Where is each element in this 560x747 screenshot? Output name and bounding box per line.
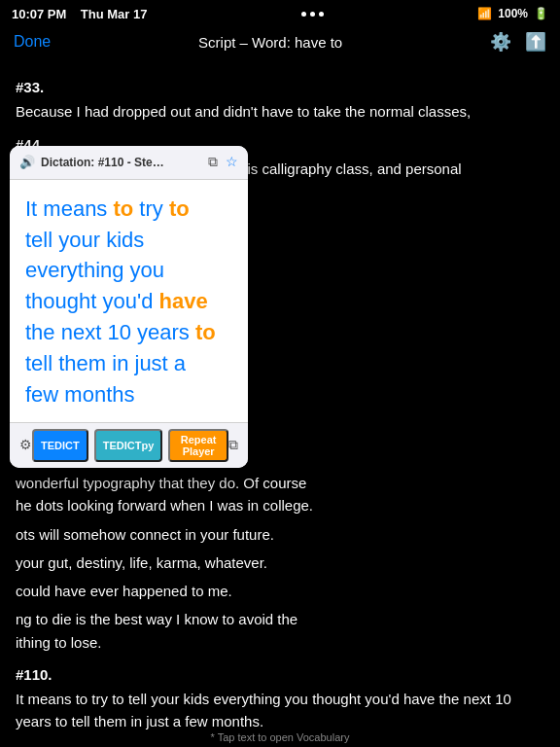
entry-110-num: #110. bbox=[16, 663, 544, 686]
share-icon[interactable]: ⬆️ bbox=[525, 31, 546, 53]
popup-word-next: the next 10 years bbox=[25, 320, 195, 344]
status-right: 📶 100% 🔋 bbox=[477, 7, 548, 20]
speaker-icon[interactable]: 🔊 bbox=[19, 153, 35, 172]
repeat-player-button[interactable]: Repeat Player bbox=[168, 429, 228, 462]
popup-word-tell: tell your kidseverything youthought you'… bbox=[25, 228, 164, 314]
nav-actions: ⚙️ ⬆️ bbox=[490, 31, 546, 53]
status-time: 10:07 PM Thu Mar 17 bbox=[12, 7, 147, 21]
popup-footer-right-icon[interactable]: ⧉ bbox=[228, 435, 238, 456]
content-could: could have ever happened to me. bbox=[16, 580, 544, 602]
text-die2[interactable]: ithing to lose. bbox=[16, 631, 544, 654]
dictation-popup: 🔊 Dictation: #110 - Steve Jobs: Ho... ⧉ … bbox=[10, 146, 248, 468]
battery-icon: 🔋 bbox=[534, 7, 548, 20]
nav-title: Script – Word: have to bbox=[198, 34, 342, 51]
popup-word-to2: to bbox=[169, 196, 190, 221]
entry-110-text[interactable]: It means to try to tell your kids everyt… bbox=[16, 688, 544, 733]
popup-footer-buttons: TEDICT TEDICTpy Repeat Player bbox=[32, 429, 228, 462]
main-content: #33. Because I had dropped out and didn'… bbox=[0, 60, 560, 747]
bottom-hint: * Tap text to open Vocabulary bbox=[0, 731, 560, 743]
content-gut: your gut, destiny, life, karma, whatever… bbox=[16, 551, 544, 574]
time-display: 10:07 PM bbox=[12, 7, 66, 21]
entry-33-text[interactable]: Because I had dropped out and didn't hav… bbox=[16, 100, 544, 123]
entry-132: #132. [Jennifer Aaker and Naomi Bagdonas… bbox=[16, 743, 544, 748]
text-dots[interactable]: ots will somehow connect in your future. bbox=[16, 523, 544, 546]
tedict-button[interactable]: TEDICT bbox=[32, 429, 88, 462]
popup-word-tell2: tell them in just afew months bbox=[25, 351, 186, 407]
content-die: ng to die is the best way I know to avoi… bbox=[16, 608, 544, 654]
nav-bar: Done Script – Word: have to ⚙️ ⬆️ bbox=[0, 27, 560, 60]
content-below-popup: wonderful typography that they do. Of co… bbox=[16, 472, 544, 517]
popup-header-left: 🔊 Dictation: #110 - Steve Jobs: Ho... bbox=[19, 153, 167, 172]
settings-icon[interactable]: ⚙️ bbox=[490, 31, 511, 53]
text-gut[interactable]: your gut, destiny, life, karma, whatever… bbox=[16, 551, 544, 574]
popup-copy-icon[interactable]: ⧉ bbox=[208, 152, 218, 173]
text-die1[interactable]: ng to die is the best way I know to avoi… bbox=[16, 608, 544, 630]
text-continue-1[interactable]: wonderful typography that they do. Of co… bbox=[16, 472, 544, 494]
popup-word-to1: to bbox=[113, 196, 133, 221]
entry-110: #110. It means to try to tell your kids … bbox=[16, 663, 544, 733]
text-continue-2[interactable]: he dots looking forward when I was in co… bbox=[16, 494, 544, 516]
popup-word-it: It means bbox=[25, 196, 113, 221]
wifi-icon: 📶 bbox=[477, 7, 492, 20]
entry-33: #33. Because I had dropped out and didn'… bbox=[16, 76, 544, 124]
status-dots bbox=[301, 12, 324, 17]
popup-header: 🔊 Dictation: #110 - Steve Jobs: Ho... ⧉ … bbox=[10, 146, 248, 180]
status-bar: 10:07 PM Thu Mar 17 📶 100% 🔋 bbox=[0, 0, 560, 27]
battery-percent: 100% bbox=[498, 7, 528, 20]
date-display: Thu Mar 17 bbox=[81, 7, 148, 21]
text-could[interactable]: could have ever happened to me. bbox=[16, 580, 544, 602]
popup-title: Dictation: #110 - Steve Jobs: Ho... bbox=[41, 154, 167, 172]
popup-word-to3: to bbox=[195, 320, 216, 344]
popup-header-actions: ⧉ ☆ bbox=[208, 152, 238, 173]
popup-word-try: try bbox=[133, 196, 169, 221]
entry-132-num: #132. bbox=[16, 743, 544, 748]
popup-text-area[interactable]: It means to try to tell your kidseveryth… bbox=[10, 180, 248, 422]
entry-33-num: #33. bbox=[16, 76, 544, 98]
content-dots: ots will somehow connect in your future. bbox=[16, 523, 544, 546]
popup-footer: ⚙ TEDICT TEDICTpy Repeat Player ⧉ bbox=[10, 422, 248, 468]
tedicty-button[interactable]: TEDICTpy bbox=[94, 429, 163, 462]
popup-word-have: have bbox=[159, 289, 208, 313]
done-button[interactable]: Done bbox=[14, 33, 51, 51]
popup-bookmark-icon[interactable]: ☆ bbox=[226, 152, 238, 173]
popup-settings-icon[interactable]: ⚙ bbox=[19, 435, 32, 456]
